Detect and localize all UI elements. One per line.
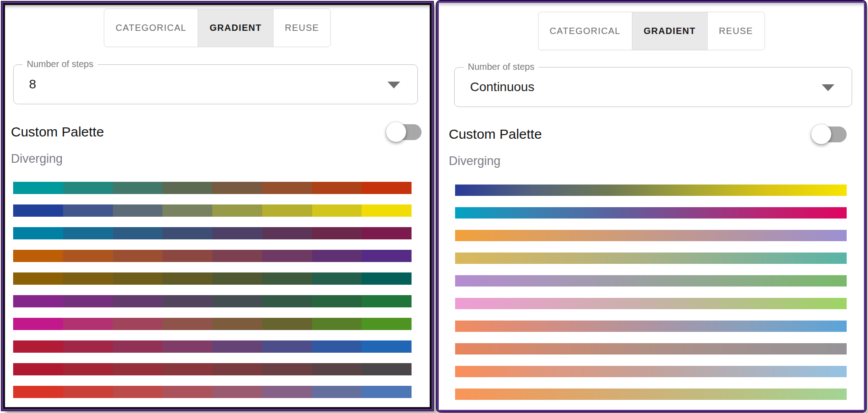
palette-gradient[interactable] [455,230,847,241]
palette-step [113,363,163,375]
palette-step [262,227,312,239]
tab-categorical[interactable]: CATEGORICAL [538,12,632,50]
palette-step [162,340,212,353]
palette-step [362,227,412,239]
palette-step [312,182,362,194]
palette-step [63,272,113,285]
palette-step [13,340,63,353]
palette-step [262,295,312,307]
palette-step [13,204,63,217]
palette-step [162,272,212,285]
palette-list [455,185,847,411]
palette-step [212,363,262,375]
window-inner-frame: CATEGORICAL GRADIENT REUSE Number of ste… [3,3,432,409]
palette-row[interactable] [13,295,412,307]
tab-categorical[interactable]: CATEGORICAL [104,9,198,47]
dropdown-arrow-icon [387,82,400,88]
palette-gradient[interactable] [455,207,847,219]
palette-step [362,204,412,217]
number-of-steps-select[interactable]: Number of steps 8 [13,64,418,104]
palette-step [362,363,412,375]
palette-step [162,295,212,307]
palette-step [212,318,262,330]
palette-gradient[interactable] [455,366,847,377]
palette-row[interactable] [13,204,412,217]
number-of-steps-select[interactable]: Number of steps Continuous [454,67,852,107]
palette-step [13,386,63,398]
custom-palette-label: Custom Palette [11,124,104,139]
palette-step [13,363,63,375]
tab-group: CATEGORICAL GRADIENT REUSE [104,9,331,47]
palette-step [162,250,212,262]
palette-step [262,386,312,398]
palette-step [13,318,63,330]
palette-step [312,386,362,398]
palette-step [312,227,362,239]
dropdown-arrow-icon [822,84,834,91]
custom-palette-row: Custom Palette [11,121,422,143]
number-of-steps-value: 8 [29,65,36,104]
palette-step [212,182,262,194]
palette-row[interactable] [13,318,412,330]
number-of-steps-value: Continuous [470,68,535,107]
palette-step [212,340,262,353]
palette-step [212,204,262,217]
palette-step [312,318,362,330]
palette-row[interactable] [13,363,412,375]
palette-step [262,340,312,353]
palette-step [162,386,212,398]
palette-step [113,250,163,262]
palette-step [362,272,412,285]
palette-row[interactable] [13,227,412,239]
palette-row[interactable] [13,250,412,262]
palette-step [113,295,163,307]
palette-step [162,204,212,217]
palette-step [212,295,262,307]
section-title-diverging: Diverging [449,154,500,168]
palette-gradient[interactable] [455,321,847,332]
palette-gradient[interactable] [455,275,847,287]
palette-row[interactable] [13,386,412,398]
palette-step [212,386,262,398]
palette-step [262,204,312,217]
palette-step [212,227,262,239]
palette-window-continuous: CATEGORICAL GRADIENT REUSE Number of ste… [437,1,866,412]
tab-gradient[interactable]: GRADIENT [198,9,273,47]
palette-step [162,227,212,239]
custom-palette-toggle[interactable] [386,122,422,142]
tab-gradient[interactable]: GRADIENT [632,12,707,50]
palette-step [312,295,362,307]
tab-reuse[interactable]: REUSE [273,9,330,47]
palette-step [262,363,312,375]
palette-gradient[interactable] [455,389,847,400]
palette-step [63,182,113,194]
palette-step [362,318,412,330]
palette-list [13,182,412,408]
palette-step [362,295,412,307]
toggle-knob [386,122,406,142]
palette-step [13,250,63,262]
palette-gradient[interactable] [455,343,847,355]
tab-reuse[interactable]: REUSE [707,12,764,50]
palette-step [262,272,312,285]
palette-step [113,272,163,285]
palette-step [113,182,163,194]
palette-step [362,250,412,262]
palette-step [63,227,113,239]
palette-step [312,272,362,285]
palette-step [113,227,163,239]
palette-row[interactable] [13,182,412,194]
palette-step [262,250,312,262]
palette-gradient[interactable] [455,253,847,264]
palette-gradient[interactable] [455,185,847,196]
palette-row[interactable] [13,272,412,285]
tab-group: CATEGORICAL GRADIENT REUSE [538,12,765,50]
palette-step [63,295,113,307]
palette-window-steps: CATEGORICAL GRADIENT REUSE Number of ste… [1,1,433,411]
palette-step [63,363,113,375]
palette-step [113,386,163,398]
palette-step [362,340,412,353]
palette-row[interactable] [13,340,412,353]
palette-gradient[interactable] [455,298,847,309]
custom-palette-toggle[interactable] [811,124,847,144]
